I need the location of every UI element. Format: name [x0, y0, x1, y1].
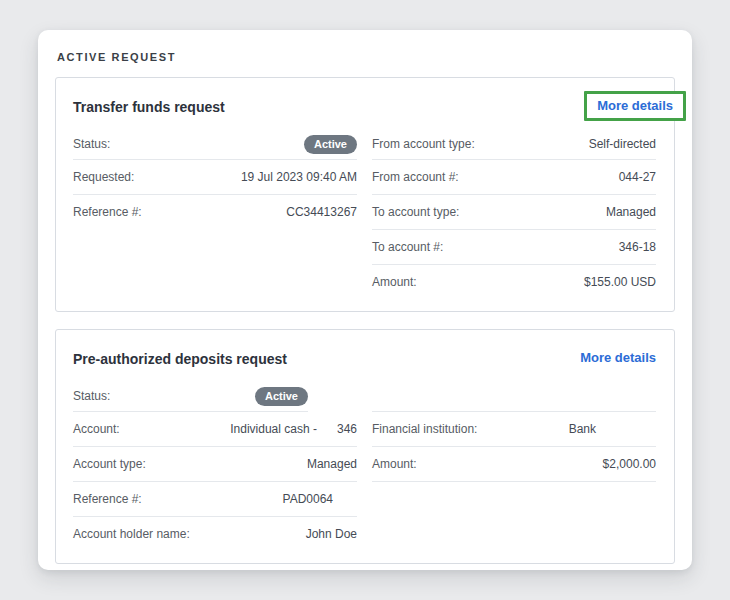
more-details-slot: More details	[584, 96, 656, 121]
detail-row: Account holder name: John Doe	[73, 516, 357, 551]
detail-columns: Status: Active Requested: 19 Jul 2023 09…	[73, 128, 656, 299]
row-label: Amount:	[372, 457, 417, 471]
row-value: 346-18	[619, 240, 656, 254]
more-details-link[interactable]: More details	[580, 347, 656, 365]
row-value: 19 Jul 2023 09:40 AM	[241, 170, 357, 184]
row-value: Self-directed	[589, 137, 656, 151]
card-title: Pre-authorized deposits request	[73, 348, 287, 367]
row-label: Requested:	[73, 170, 134, 184]
row-label: Financial institution:	[372, 422, 477, 436]
empty-row-spacer	[372, 380, 656, 411]
row-label: Status:	[73, 137, 110, 151]
row-value: $155.00 USD	[584, 275, 656, 289]
detail-row: Account: Individual cash - 346	[73, 412, 357, 446]
left-column: Status: Active Account: Individual cash …	[73, 380, 357, 551]
row-label: To account #:	[372, 240, 443, 254]
row-label: Account type:	[73, 457, 146, 471]
row-label: From account type:	[372, 137, 475, 151]
status-badge: Active	[304, 135, 357, 154]
row-value: Managed	[606, 205, 656, 219]
detail-row: From account #: 044-27	[372, 159, 656, 194]
row-value: PAD0064	[283, 492, 357, 506]
card-header: Pre-authorized deposits request More det…	[73, 348, 656, 374]
detail-row: Account type: Managed	[73, 446, 357, 481]
detail-row: Financial institution: Bank	[372, 411, 656, 446]
section-heading: ACTIVE REQUEST	[57, 51, 675, 63]
detail-columns: Status: Active Account: Individual cash …	[73, 380, 656, 551]
row-label: Account holder name:	[73, 527, 190, 541]
row-value: 044-27	[619, 170, 656, 184]
row-value: $2,000.00	[603, 457, 656, 471]
row-value: CC34413267	[286, 205, 357, 219]
detail-row: Amount: $2,000.00	[372, 446, 656, 482]
row-value: Active	[255, 389, 308, 403]
highlight-box: More details	[584, 91, 686, 121]
row-value: Managed	[307, 457, 357, 471]
detail-row: Reference #: CC34413267	[73, 194, 357, 229]
more-details-link[interactable]: More details	[597, 98, 673, 113]
row-label: Account:	[73, 422, 120, 436]
row-value: Individual cash - 346	[230, 422, 357, 436]
detail-row: To account #: 346-18	[372, 229, 656, 264]
request-card: Pre-authorized deposits request More det…	[55, 329, 675, 564]
row-label: Amount:	[372, 275, 417, 289]
row-value: Active	[304, 137, 357, 151]
card-title: Transfer funds request	[73, 96, 225, 115]
left-column: Status: Active Requested: 19 Jul 2023 09…	[73, 128, 357, 299]
request-cards-list: Transfer funds request More details Stat…	[55, 77, 675, 564]
active-request-panel: ACTIVE REQUEST Transfer funds request Mo…	[38, 30, 692, 570]
row-label: To account type:	[372, 205, 459, 219]
detail-row: Requested: 19 Jul 2023 09:40 AM	[73, 159, 357, 194]
detail-row: Amount: $155.00 USD	[372, 264, 656, 299]
row-label: Status:	[73, 389, 110, 403]
detail-row: Reference #: PAD0064	[73, 481, 357, 516]
row-label: Reference #:	[73, 492, 142, 506]
detail-row: Status: Active	[73, 380, 308, 412]
row-value: Bank	[569, 422, 656, 436]
row-value: John Doe	[306, 527, 357, 541]
request-card: Transfer funds request More details Stat…	[55, 77, 675, 312]
status-badge: Active	[255, 387, 308, 406]
row-label: From account #:	[372, 170, 459, 184]
row-label: Reference #:	[73, 205, 142, 219]
detail-row: From account type: Self-directed	[372, 128, 656, 159]
right-column: Financial institution: Bank Amount: $2,0…	[372, 380, 656, 551]
card-header: Transfer funds request More details	[73, 96, 656, 122]
more-details-slot: More details	[580, 348, 656, 366]
right-column: From account type: Self-directed From ac…	[372, 128, 656, 299]
detail-row: Status: Active	[73, 128, 357, 159]
detail-row: To account type: Managed	[372, 194, 656, 229]
